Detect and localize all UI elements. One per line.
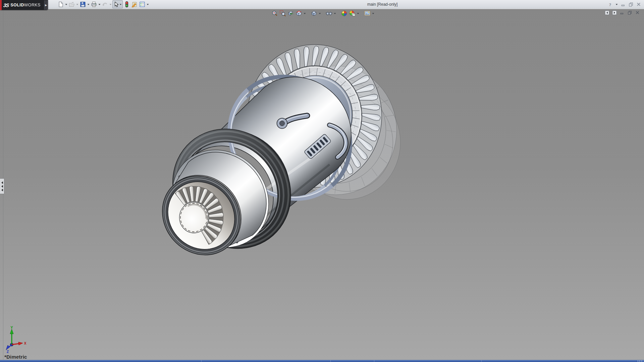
view-orientation-button[interactable] (310, 10, 318, 17)
view-settings-button[interactable] (364, 10, 371, 17)
toolbar-separator (322, 10, 325, 17)
save-button[interactable] (79, 0, 87, 8)
undo-button[interactable] (101, 0, 109, 8)
svg-text:?: ? (609, 2, 611, 7)
apply-scene-button[interactable] (348, 10, 356, 17)
help-button[interactable]: ? (607, 2, 613, 7)
main-toolbar (57, 0, 149, 9)
next-document-button[interactable] (612, 10, 617, 15)
statusbar-separator (330, 360, 331, 362)
new-document-button[interactable] (57, 0, 64, 8)
window-controls: ? (607, 0, 641, 9)
view-settings-dropdown-icon[interactable] (372, 10, 374, 17)
section-view-button[interactable] (295, 10, 303, 17)
y-axis-label: Y (10, 326, 13, 329)
x-axis-icon (18, 342, 23, 345)
engine-model (0, 9, 644, 360)
print-dropdown-icon[interactable] (98, 0, 101, 8)
toolbar-separator (337, 10, 340, 17)
status-bar (0, 360, 644, 362)
save-dropdown-icon[interactable] (87, 0, 90, 8)
view-orientation-label: *Dimetric (4, 354, 27, 360)
collapse-arrow-icon (1, 189, 3, 191)
previous-document-button[interactable] (605, 10, 609, 15)
solidworks-logo[interactable]: 3S SOLIDWORKS ▶ (0, 0, 48, 10)
document-title: main [Read-only] (367, 0, 398, 9)
close-button[interactable] (636, 2, 641, 7)
ds-logo-icon: 3S (3, 2, 9, 8)
doc-minimize-button[interactable] (620, 10, 625, 15)
options-button[interactable] (139, 0, 146, 8)
featuremanager-expand-handle[interactable] (0, 178, 4, 194)
viewport-canvas[interactable] (0, 9, 644, 360)
select-button[interactable] (112, 0, 123, 8)
stoplight-button[interactable] (123, 0, 130, 8)
y-axis-icon (10, 329, 13, 334)
toolbar-separator (360, 10, 363, 17)
statusbar-separator (374, 360, 374, 362)
select-dropdown-icon[interactable] (119, 0, 122, 8)
print-button[interactable] (90, 0, 98, 8)
z-axis-label: Z (7, 350, 9, 354)
section-view-dropdown-icon[interactable] (303, 10, 306, 17)
edit-appearance-button[interactable] (340, 10, 348, 17)
doc-restore-button[interactable] (627, 10, 632, 15)
zoom-to-fit-button[interactable] (271, 10, 278, 17)
options-dropdown-icon[interactable] (146, 0, 149, 8)
minimize-button[interactable] (621, 2, 626, 7)
undo-dropdown-icon[interactable] (109, 0, 112, 8)
z-axis-icon (6, 345, 10, 350)
title-bar: main [Read-only] ? (0, 0, 644, 9)
graphics-viewport[interactable]: Y X Z *Dimetric (0, 9, 644, 360)
collapse-arrow-icon (1, 185, 3, 188)
help-dropdown-icon[interactable] (615, 0, 618, 8)
zoom-to-area-button[interactable] (279, 10, 286, 17)
reference-triad: Y X Z (0, 326, 37, 356)
x-axis-label: X (24, 342, 26, 345)
application-window: main [Read-only] ? 3S SOLIDWORKS ▶ (0, 0, 644, 362)
statusbar-separator (481, 360, 482, 362)
new-document-dropdown-icon[interactable] (65, 0, 68, 8)
document-window-controls (605, 10, 640, 15)
apply-scene-dropdown-icon[interactable] (357, 10, 359, 17)
resize-grip[interactable] (638, 360, 643, 362)
view-orientation-dropdown-icon[interactable] (318, 10, 321, 17)
restore-button[interactable] (628, 2, 634, 7)
collapse-arrow-icon (1, 181, 3, 184)
display-style-dropdown-icon[interactable] (333, 10, 336, 17)
logo-accent (0, 0, 2, 10)
display-style-button[interactable] (325, 10, 333, 17)
toolbar-separator (307, 10, 310, 17)
open-button[interactable] (68, 0, 75, 8)
menu-expand-icon[interactable]: ▶ (44, 0, 48, 10)
doc-close-button[interactable] (635, 10, 640, 15)
design-binder-button[interactable] (131, 0, 138, 8)
previous-view-button[interactable] (287, 10, 294, 17)
statusbar-separator (201, 360, 202, 362)
open-dropdown-icon[interactable] (76, 0, 79, 8)
headsup-view-toolbar (271, 10, 374, 17)
brand-name: SOLIDWORKS (10, 3, 40, 7)
